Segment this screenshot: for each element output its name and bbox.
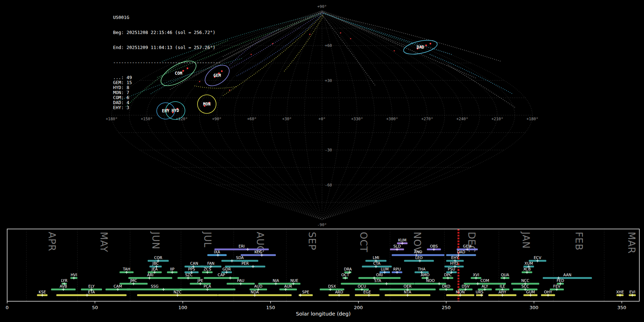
activity-bar [543, 277, 592, 279]
month-label-JUL: JUL [202, 231, 213, 248]
shower-code-label: AVB [60, 284, 67, 288]
shower-code-label: CAM [113, 284, 122, 288]
peak-marker [375, 265, 377, 268]
activity-bar [446, 254, 476, 256]
shower-code-label: ILE [499, 284, 505, 288]
peak-marker [246, 248, 249, 251]
shower-bar-PAU: PAU [227, 278, 255, 285]
shower-bar-NDA: NDA [218, 290, 292, 297]
shower-code-label: AHY [498, 290, 506, 294]
shower-code-label: COM [480, 278, 489, 283]
shower-bar-SZC: SZC [177, 273, 200, 279]
peak-marker [62, 288, 65, 291]
shower-bar-NZC: NZC [137, 290, 218, 297]
shower-bar-ETA: ETA [56, 290, 126, 297]
shower-bar-MON: MON [446, 290, 474, 297]
peak-marker [483, 288, 486, 291]
peak-marker [230, 259, 233, 262]
x-axis-ticks: 050100150200250300350 [6, 301, 626, 310]
activity-bar [355, 294, 380, 296]
shower-code-label: CAN [190, 261, 198, 265]
peak-marker [148, 277, 151, 279]
peak-marker [162, 288, 165, 291]
shower-code-label: JEA [151, 267, 158, 271]
shower-code-label: SLD [393, 244, 401, 248]
shower-code-label: QUA [501, 273, 509, 277]
activity-timeline: APRMAYJUNJULAUGSEPOCTNOVDECJANFEBMARKUME… [0, 0, 644, 322]
peak-marker [438, 282, 441, 285]
peak-marker [225, 271, 228, 274]
peak-marker [206, 288, 209, 291]
peak-marker [445, 288, 448, 291]
peak-marker [480, 294, 483, 297]
shower-code-label: NZC [174, 290, 181, 294]
shower-code-label: ORI [376, 273, 383, 277]
shower-code-label: SSG [151, 284, 158, 288]
shower-code-label: EGE [363, 290, 371, 294]
activity-bar [56, 294, 126, 296]
activity-bar [225, 266, 265, 268]
peak-marker [41, 294, 44, 297]
shower-bar-CAP: CAP [204, 273, 239, 279]
shower-code-label: XVI [473, 273, 479, 277]
shower-code-label: EHY [451, 255, 459, 260]
peak-marker [274, 282, 277, 285]
peak-marker [396, 271, 399, 274]
shower-code-label: IXA [214, 250, 220, 254]
month-label-OCT: OCT [358, 232, 369, 253]
peak-marker [116, 288, 119, 291]
peak-marker [367, 294, 370, 297]
activity-bar [204, 277, 239, 279]
month-label-MAY: MAY [98, 232, 109, 252]
shower-bar-LEO: LEO [404, 255, 434, 262]
peak-marker [401, 242, 404, 245]
shower-code-label: LEO [415, 255, 423, 260]
shower-activity-bars: KUMERISLDOBSGEMIXAKCGANDDADCORSDALMILEOE… [37, 238, 636, 297]
shower-code-label: GDR [223, 267, 231, 271]
peak-marker [86, 294, 88, 297]
shower-code-label: NIA [273, 278, 279, 283]
shower-code-label: NTA [404, 290, 411, 294]
timeline-svg: APRMAYJUNJULAUGSEPOCTNOVDECJANFEBMARKUME… [0, 0, 644, 322]
peak-marker [406, 294, 409, 297]
x-tick-label: 150 [266, 305, 275, 310]
shower-code-label: SCC [521, 284, 529, 288]
shower-bar-KSE: KSE [37, 290, 47, 297]
shower-code-label: ECV [534, 255, 542, 260]
shower-bar-DPC: DPC [443, 273, 453, 279]
shower-code-label: OER [404, 284, 411, 288]
shower-code-label: OCU [358, 284, 366, 288]
shower-bar-QUA: QUA [501, 273, 509, 279]
shower-bar-NOO: NOO [415, 278, 446, 285]
shower-code-label: JMC [130, 278, 137, 283]
x-tick-label: 100 [178, 305, 187, 310]
peak-marker [433, 248, 435, 251]
shower-bar-DKD: DKD [439, 284, 453, 291]
shower-code-label: COR [154, 255, 162, 260]
shower-code-label: IIP [170, 267, 175, 271]
shower-code-label: PER [241, 261, 249, 265]
shower-code-label: AND [414, 250, 422, 254]
shower-code-label: FED [557, 278, 564, 283]
shower-code-label: LYR [61, 278, 67, 283]
shower-code-label: KUM [398, 238, 406, 242]
shower-code-label: ARI [147, 273, 153, 277]
shower-code-label: PSU [448, 267, 455, 271]
peak-marker [239, 282, 242, 285]
shower-code-label: MON [456, 290, 465, 294]
peak-marker [176, 294, 179, 297]
shower-bar-KCG: KCG [241, 250, 276, 257]
x-tick-label: 0 [6, 305, 9, 310]
shower-code-label: DSX [328, 284, 336, 288]
shower-code-label: JBC [152, 261, 158, 265]
shower-code-label: DSV [462, 284, 470, 288]
shower-code-label: SZC [185, 273, 192, 277]
peak-marker [73, 277, 75, 279]
peak-marker [260, 254, 263, 257]
shower-code-label: GUM [526, 290, 535, 294]
shower-code-label: URS [475, 290, 483, 294]
x-tick-label: 50 [92, 305, 98, 310]
peak-marker [503, 277, 506, 279]
shower-code-label: XUM [525, 261, 533, 265]
peak-marker [475, 277, 478, 279]
